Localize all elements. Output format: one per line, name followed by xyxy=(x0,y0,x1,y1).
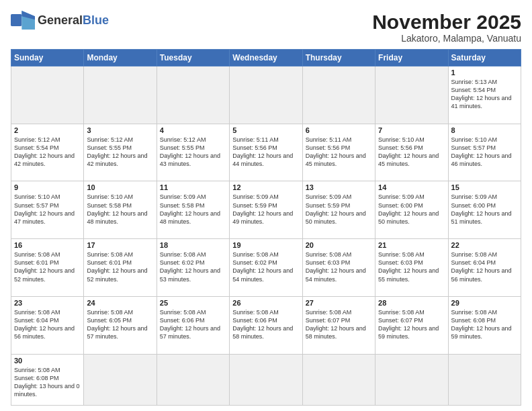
day-number: 25 xyxy=(160,299,226,307)
day-number: 24 xyxy=(87,299,153,307)
calendar-cell: 28Sunrise: 5:08 AM Sunset: 6:07 PM Dayli… xyxy=(375,296,448,354)
day-number: 3 xyxy=(87,126,153,134)
calendar-cell: 25Sunrise: 5:08 AM Sunset: 6:06 PM Dayli… xyxy=(157,296,229,354)
calendar-header-saturday: Saturday xyxy=(448,50,521,66)
logo: GeneralBlue xyxy=(11,11,109,30)
day-info: Sunrise: 5:10 AM Sunset: 5:56 PM Dayligh… xyxy=(378,136,445,169)
day-number: 26 xyxy=(232,299,299,307)
day-info: Sunrise: 5:08 AM Sunset: 6:01 PM Dayligh… xyxy=(87,250,153,283)
calendar-cell xyxy=(84,354,157,405)
day-info: Sunrise: 5:08 AM Sunset: 6:07 PM Dayligh… xyxy=(306,308,372,341)
day-number: 11 xyxy=(160,183,226,191)
calendar-cell: 11Sunrise: 5:09 AM Sunset: 5:58 PM Dayli… xyxy=(157,181,229,239)
day-number: 4 xyxy=(160,126,226,134)
calendar-cell: 22Sunrise: 5:08 AM Sunset: 6:04 PM Dayli… xyxy=(448,239,521,297)
day-info: Sunrise: 5:09 AM Sunset: 6:00 PM Dayligh… xyxy=(451,193,518,226)
day-info: Sunrise: 5:08 AM Sunset: 6:04 PM Dayligh… xyxy=(14,308,81,341)
month-title: November 2025 xyxy=(372,11,521,33)
day-number: 20 xyxy=(306,241,372,249)
calendar-week-row: 1Sunrise: 5:13 AM Sunset: 5:54 PM Daylig… xyxy=(11,66,521,124)
calendar-cell: 4Sunrise: 5:12 AM Sunset: 5:55 PM Daylig… xyxy=(157,124,229,181)
calendar-cell xyxy=(230,354,302,405)
day-info: Sunrise: 5:10 AM Sunset: 5:57 PM Dayligh… xyxy=(14,193,81,226)
day-number: 22 xyxy=(451,241,518,249)
day-number: 7 xyxy=(378,126,445,134)
day-info: Sunrise: 5:08 AM Sunset: 6:06 PM Dayligh… xyxy=(232,308,299,341)
calendar-cell: 26Sunrise: 5:08 AM Sunset: 6:06 PM Dayli… xyxy=(230,296,302,354)
day-number: 27 xyxy=(306,299,372,307)
calendar-header-sunday: Sunday xyxy=(11,50,84,66)
generalblue-logo-icon xyxy=(11,11,35,30)
logo-text: GeneralBlue xyxy=(38,13,109,28)
calendar-week-row: 16Sunrise: 5:08 AM Sunset: 6:01 PM Dayli… xyxy=(11,239,521,297)
calendar-cell: 19Sunrise: 5:08 AM Sunset: 6:02 PM Dayli… xyxy=(230,239,302,297)
calendar-cell: 9Sunrise: 5:10 AM Sunset: 5:57 PM Daylig… xyxy=(11,181,84,239)
calendar-cell: 18Sunrise: 5:08 AM Sunset: 6:02 PM Dayli… xyxy=(157,239,229,297)
logo-blue: Blue xyxy=(83,13,109,27)
calendar-week-row: 2Sunrise: 5:12 AM Sunset: 5:54 PM Daylig… xyxy=(11,124,521,181)
calendar-cell: 13Sunrise: 5:09 AM Sunset: 5:59 PM Dayli… xyxy=(302,181,375,239)
day-info: Sunrise: 5:08 AM Sunset: 6:04 PM Dayligh… xyxy=(451,250,518,283)
day-number: 9 xyxy=(14,183,81,191)
day-info: Sunrise: 5:08 AM Sunset: 6:03 PM Dayligh… xyxy=(306,250,372,283)
day-info: Sunrise: 5:10 AM Sunset: 5:57 PM Dayligh… xyxy=(451,136,518,169)
day-number: 5 xyxy=(232,126,299,134)
calendar-cell: 7Sunrise: 5:10 AM Sunset: 5:56 PM Daylig… xyxy=(375,124,448,181)
calendar-cell: 6Sunrise: 5:11 AM Sunset: 5:56 PM Daylig… xyxy=(302,124,375,181)
calendar-week-row: 23Sunrise: 5:08 AM Sunset: 6:04 PM Dayli… xyxy=(11,296,521,354)
day-number: 6 xyxy=(306,126,372,134)
calendar-cell xyxy=(375,66,448,124)
day-number: 8 xyxy=(451,126,518,134)
calendar-header-wednesday: Wednesday xyxy=(230,50,302,66)
calendar-cell: 5Sunrise: 5:11 AM Sunset: 5:56 PM Daylig… xyxy=(230,124,302,181)
calendar-cell: 1Sunrise: 5:13 AM Sunset: 5:54 PM Daylig… xyxy=(448,66,521,124)
calendar-header-friday: Friday xyxy=(375,50,448,66)
day-number: 14 xyxy=(378,183,445,191)
day-info: Sunrise: 5:08 AM Sunset: 6:08 PM Dayligh… xyxy=(14,366,81,399)
calendar-cell: 30Sunrise: 5:08 AM Sunset: 6:08 PM Dayli… xyxy=(11,354,84,405)
day-number: 2 xyxy=(14,126,81,134)
calendar-cell: 21Sunrise: 5:08 AM Sunset: 6:03 PM Dayli… xyxy=(375,239,448,297)
calendar-cell: 23Sunrise: 5:08 AM Sunset: 6:04 PM Dayli… xyxy=(11,296,84,354)
header: GeneralBlue November 2025 Lakatoro, Mala… xyxy=(11,11,521,44)
svg-rect-0 xyxy=(11,14,21,26)
day-info: Sunrise: 5:08 AM Sunset: 6:02 PM Dayligh… xyxy=(232,250,299,283)
day-info: Sunrise: 5:08 AM Sunset: 6:03 PM Dayligh… xyxy=(378,250,445,283)
title-block: November 2025 Lakatoro, Malampa, Vanuatu xyxy=(372,11,521,44)
calendar-cell: 8Sunrise: 5:10 AM Sunset: 5:57 PM Daylig… xyxy=(448,124,521,181)
calendar-cell: 24Sunrise: 5:08 AM Sunset: 6:05 PM Dayli… xyxy=(84,296,157,354)
calendar-cell: 15Sunrise: 5:09 AM Sunset: 6:00 PM Dayli… xyxy=(448,181,521,239)
day-info: Sunrise: 5:12 AM Sunset: 5:54 PM Dayligh… xyxy=(14,136,81,169)
day-info: Sunrise: 5:11 AM Sunset: 5:56 PM Dayligh… xyxy=(232,136,299,169)
day-number: 13 xyxy=(306,183,372,191)
calendar-cell xyxy=(157,354,229,405)
day-number: 23 xyxy=(14,299,81,307)
calendar-cell xyxy=(375,354,448,405)
day-number: 21 xyxy=(378,241,445,249)
location: Lakatoro, Malampa, Vanuatu xyxy=(372,33,521,44)
calendar-header-row: SundayMondayTuesdayWednesdayThursdayFrid… xyxy=(11,50,521,66)
day-info: Sunrise: 5:08 AM Sunset: 6:07 PM Dayligh… xyxy=(378,308,445,341)
calendar-week-row: 9Sunrise: 5:10 AM Sunset: 5:57 PM Daylig… xyxy=(11,181,521,239)
day-info: Sunrise: 5:09 AM Sunset: 5:59 PM Dayligh… xyxy=(306,193,372,226)
calendar-cell xyxy=(448,354,521,405)
day-info: Sunrise: 5:12 AM Sunset: 5:55 PM Dayligh… xyxy=(87,136,153,169)
day-number: 28 xyxy=(378,299,445,307)
calendar-cell: 29Sunrise: 5:08 AM Sunset: 6:08 PM Dayli… xyxy=(448,296,521,354)
calendar-week-row: 30Sunrise: 5:08 AM Sunset: 6:08 PM Dayli… xyxy=(11,354,521,405)
calendar-cell: 10Sunrise: 5:10 AM Sunset: 5:58 PM Dayli… xyxy=(84,181,157,239)
day-number: 10 xyxy=(87,183,153,191)
day-number: 1 xyxy=(451,68,518,77)
calendar-table: SundayMondayTuesdayWednesdayThursdayFrid… xyxy=(11,49,521,406)
day-info: Sunrise: 5:09 AM Sunset: 5:58 PM Dayligh… xyxy=(160,193,226,226)
day-number: 29 xyxy=(451,299,518,307)
day-number: 12 xyxy=(232,183,299,191)
calendar-cell: 3Sunrise: 5:12 AM Sunset: 5:55 PM Daylig… xyxy=(84,124,157,181)
day-number: 17 xyxy=(87,241,153,249)
calendar-cell: 2Sunrise: 5:12 AM Sunset: 5:54 PM Daylig… xyxy=(11,124,84,181)
calendar-header-thursday: Thursday xyxy=(302,50,375,66)
day-info: Sunrise: 5:09 AM Sunset: 5:59 PM Dayligh… xyxy=(232,193,299,226)
calendar-cell xyxy=(230,66,302,124)
day-info: Sunrise: 5:09 AM Sunset: 6:00 PM Dayligh… xyxy=(378,193,445,226)
day-number: 18 xyxy=(160,241,226,249)
